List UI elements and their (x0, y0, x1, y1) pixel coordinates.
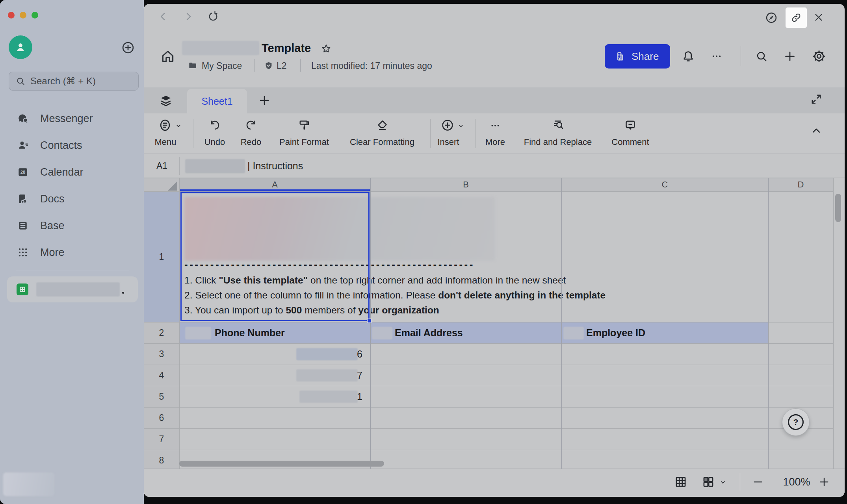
selection-fill-handle[interactable] (367, 319, 371, 323)
traffic-close-button[interactable] (8, 12, 15, 19)
cell-a4-value-suffix[interactable]: 7 (357, 365, 362, 386)
row-number-3[interactable]: 3 (144, 343, 179, 365)
folder-icon (187, 60, 198, 71)
doc-title-redacted (36, 282, 120, 296)
expand-fullscreen-icon[interactable] (808, 91, 824, 107)
settings-gear-icon[interactable] (811, 48, 827, 65)
base-icon (16, 219, 30, 233)
formula-bar-divider (179, 157, 180, 175)
select-all-corner[interactable] (168, 181, 177, 191)
notifications-bell-icon[interactable] (681, 49, 696, 64)
toolbar-undo-label: Undo (201, 137, 228, 147)
cell-a3-value-suffix[interactable]: 6 (357, 343, 362, 365)
column-header-b[interactable]: B (370, 178, 561, 191)
reload-button[interactable] (206, 10, 220, 23)
new-chat-button[interactable] (121, 40, 136, 55)
collapse-toolbar-chevron-icon[interactable] (808, 123, 824, 139)
cell-a5-value-suffix[interactable]: 1 (357, 386, 362, 407)
cell-a2-label[interactable]: Phone Number (215, 322, 285, 343)
cell-a5-value-redacted (299, 391, 358, 403)
row-number-2[interactable]: 2 (144, 322, 179, 343)
security-level[interactable]: L2 (277, 60, 287, 72)
row-number-5[interactable]: 5 (144, 386, 179, 407)
toolbar-divider (193, 119, 193, 148)
column-header-c[interactable]: C (561, 178, 768, 191)
breadcrumb-divider (254, 59, 254, 72)
toolbar-menu-button[interactable]: Menu (152, 117, 189, 150)
cell-b2-label[interactable]: Email Address (395, 322, 463, 343)
help-button[interactable]: ? (782, 408, 810, 436)
column-header-d[interactable]: D (768, 178, 833, 191)
cell-c2-label[interactable]: Employee ID (586, 322, 645, 343)
copy-link-button[interactable] (786, 7, 807, 28)
add-sheet-button[interactable] (257, 93, 272, 108)
grid-view-icon[interactable] (673, 474, 689, 490)
zoom-in-button[interactable] (817, 475, 831, 489)
zoom-out-button[interactable] (751, 475, 765, 489)
row-number-8[interactable]: 8 (144, 450, 179, 471)
row-number-1[interactable]: 1 (144, 191, 179, 322)
sheets-doc-icon (17, 284, 28, 295)
sidebar-item-calendar[interactable]: 28 Calendar (12, 163, 138, 181)
breadcrumb-space[interactable]: My Space (202, 60, 242, 72)
toolbar-more-button[interactable]: More (481, 117, 509, 150)
sidebar-item-label: Messenger (40, 113, 93, 125)
toolbar-insert-button[interactable]: Insert (433, 117, 471, 150)
toolbar-comment-label: Comment (607, 137, 654, 147)
sidebar-item-docs[interactable]: Docs (12, 190, 138, 208)
apps-grid-icon (16, 245, 30, 259)
sheet-list-layers-icon[interactable] (158, 92, 174, 109)
gridline (179, 178, 180, 469)
tab-sheet1[interactable]: Sheet1 (187, 89, 247, 113)
gridline (561, 178, 562, 469)
share-button[interactable]: Share (605, 44, 670, 69)
zoom-level[interactable]: 100% (773, 474, 820, 490)
workspace-switcher-button[interactable] (764, 11, 778, 25)
sheet-tab-bar (144, 87, 845, 113)
create-new-icon[interactable] (782, 49, 797, 64)
toolbar-redo-button[interactable]: Redo (237, 117, 265, 150)
find-replace-icon (550, 117, 566, 133)
row-number-4[interactable]: 4 (144, 365, 179, 386)
back-button[interactable] (157, 10, 169, 23)
gridline (144, 407, 833, 408)
gridline (144, 386, 833, 386)
chevron-down-icon[interactable] (718, 477, 728, 487)
search-doc-icon[interactable] (754, 49, 769, 64)
header-prefix-redacted (185, 327, 211, 339)
close-window-button[interactable] (812, 11, 825, 24)
traffic-minimize-button[interactable] (20, 12, 26, 19)
toolbar-paint-format-button[interactable]: Paint Format (273, 117, 336, 150)
traffic-zoom-button[interactable] (32, 12, 38, 19)
avatar[interactable] (9, 35, 32, 59)
redo-icon (243, 117, 259, 133)
sidebar-item-label: Contacts (40, 139, 82, 152)
toolbar-comment-button[interactable]: Comment (607, 117, 654, 150)
gridline (144, 343, 833, 344)
search-input[interactable]: Search (⌘ + K) (9, 72, 139, 91)
toolbar-clear-formatting-button[interactable]: Clear Formatting (343, 117, 422, 150)
freeze-panes-icon[interactable] (700, 474, 716, 490)
vertical-scrollbar-thumb[interactable] (835, 194, 841, 222)
row-number-6[interactable]: 6 (144, 407, 179, 428)
cell-a4-value-redacted (296, 369, 358, 382)
horizontal-scrollbar-thumb[interactable] (179, 461, 384, 467)
more-options-icon[interactable] (708, 50, 725, 62)
gridline (144, 191, 833, 192)
security-shield-icon (263, 60, 274, 71)
toolbar-find-replace-button[interactable]: Find and Replace (515, 117, 601, 150)
sidebar-item-messenger[interactable]: Messenger (12, 109, 138, 128)
sidebar-item-base[interactable]: Base (12, 217, 138, 235)
recent-doc-item[interactable] (7, 276, 138, 302)
forward-button[interactable] (182, 10, 195, 23)
doc-title-redacted-part (182, 41, 259, 55)
row-number-7[interactable]: 7 (144, 428, 179, 450)
favorite-star-icon[interactable] (320, 43, 332, 55)
cell-reference[interactable]: A1 (150, 158, 174, 173)
formula-value[interactable]: | Instructions (247, 158, 303, 173)
home-button[interactable] (159, 47, 177, 65)
sidebar-item-more[interactable]: More (12, 243, 138, 261)
toolbar-undo-button[interactable]: Undo (201, 117, 228, 150)
sidebar-item-contacts[interactable]: Contacts (12, 136, 138, 154)
app-window: Search (⌘ + K) Messenger Contact (0, 0, 847, 504)
